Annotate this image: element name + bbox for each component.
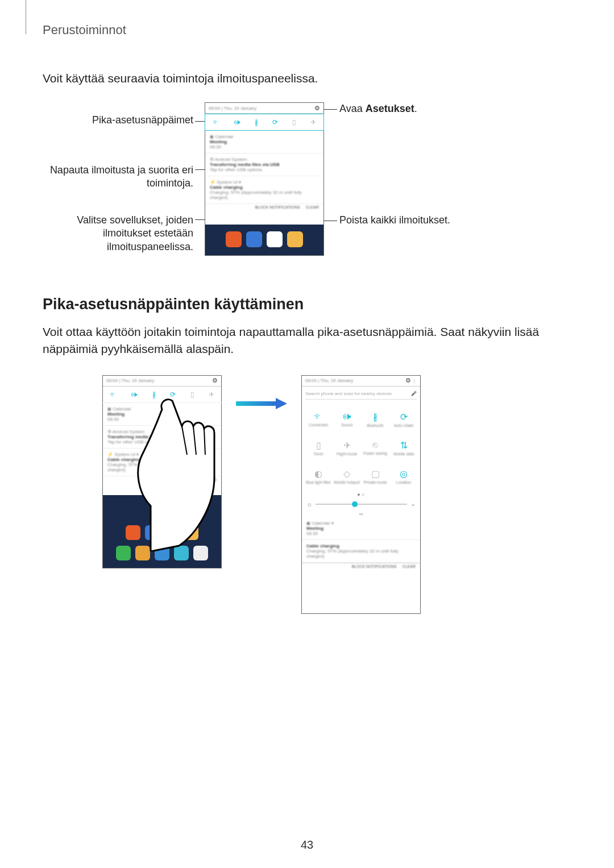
callout-clear-all: Poista kaikki ilmoitukset. xyxy=(339,214,450,227)
qs-airplane: ✈Flight mode xyxy=(333,434,361,462)
rotate-icon: ⟳ xyxy=(272,118,278,126)
page-dots: ● ○ xyxy=(302,492,420,497)
status-bar: 08:04 | Thu, 19 January ⚙ ⋮ xyxy=(302,376,420,387)
app-icon xyxy=(116,546,131,560)
app-icon xyxy=(287,231,303,247)
qs-sound: 🕪Sound xyxy=(333,405,361,434)
wifi-icon: ᯤ xyxy=(213,118,219,126)
svg-rect-4 xyxy=(236,401,276,406)
sound-icon: 🕪 xyxy=(131,391,138,398)
brightness-icon: ☼ xyxy=(306,501,312,508)
rotate-icon: ⟳ xyxy=(170,391,176,398)
notification-panel-diagram: Pika-asetusnäppäimet Napauta ilmoitusta … xyxy=(43,102,571,267)
qs-hotspot: ◇Mobile hotspot xyxy=(333,462,361,491)
airplane-icon: ✈ xyxy=(343,440,351,451)
sound-icon: 🕪 xyxy=(342,412,351,422)
home-dock xyxy=(103,542,221,564)
qs-private: ▢Private mode xyxy=(361,462,389,491)
app-icon xyxy=(174,546,189,560)
private-icon: ▢ xyxy=(371,468,380,479)
phone-before-swipe: 08:04 | Thu, 19 January ⚙ ᯤ 🕪 ∦ ⟳ ▯ ✈ ◼ … xyxy=(102,375,222,568)
status-bar: 08:04 | Thu, 19 January ⚙ xyxy=(103,376,221,387)
app-icon xyxy=(267,231,283,247)
apps-icon xyxy=(193,546,208,560)
callout-line xyxy=(195,169,205,170)
more-icon: ⋮ xyxy=(412,379,417,384)
notification-card: Cable charging Charging: 57% (Approximat… xyxy=(302,540,420,563)
location-icon: ◎ xyxy=(400,468,408,479)
clear-button: CLEAR xyxy=(306,205,319,214)
app-icon xyxy=(155,546,169,560)
app-icon xyxy=(135,546,150,560)
svg-marker-3 xyxy=(159,447,172,459)
phone-after-swipe: 08:04 | Thu, 19 January ⚙ ⋮ Search phone… xyxy=(301,375,421,614)
bluetooth-icon: ∦ xyxy=(255,118,258,126)
data-icon: ⇅ xyxy=(400,440,408,451)
arrow-right-icon xyxy=(236,398,287,409)
qs-mobiledata: ⇅Mobile data xyxy=(389,434,418,462)
notification-actions: BLOCK NOTIFICATIONS CLEAR xyxy=(302,563,420,575)
notification-card: ⚙ Android System Transferring media file… xyxy=(205,153,323,176)
brightness-slider: ☼ ⌄ xyxy=(302,497,420,511)
intro-paragraph: Voit käyttää seuraavia toimintoja ilmoit… xyxy=(43,72,571,85)
callout-open-settings: Avaa Asetukset. xyxy=(339,102,417,115)
airplane-icon: ✈ xyxy=(310,118,316,126)
phone-screenshot-annotated: 08:04 | Thu, 19 January ⚙ ᯤ 🕪 ∦ ⟳ ▯ ✈ ◼ … xyxy=(205,102,324,256)
callout-tap-notification: Napauta ilmoitusta ja suorita eri toimin… xyxy=(43,164,193,190)
app-icon xyxy=(145,525,160,540)
app-icon xyxy=(164,525,179,540)
sound-icon: 🕪 xyxy=(234,118,240,126)
quick-settings-row: ᯤ 🕪 ∦ ⟳ ▯ ✈ xyxy=(102,387,222,403)
text: . xyxy=(414,103,417,114)
rotate-icon: ⟳ xyxy=(400,412,408,422)
callout-block-notifications: Valitse sovellukset, joiden ilmoitukset … xyxy=(43,214,193,254)
status-bar: 08:04 | Thu, 19 January ⚙ xyxy=(205,103,323,114)
section-paragraph: Voit ottaa käyttöön joitakin toimintoja … xyxy=(43,323,571,358)
document-page: Perustoiminnot Voit käyttää seuraavia to… xyxy=(0,0,614,864)
mic-icon: 🎤 xyxy=(411,391,417,396)
app-dock xyxy=(205,227,323,252)
margin-line xyxy=(26,0,26,34)
svg-rect-2 xyxy=(163,430,168,447)
notification-actions: BLOCK NOTIFICATIONS xyxy=(103,476,221,488)
text: Avaa xyxy=(339,103,366,114)
notification-card: ◼ Calendar ▾ Meeting 08:30 xyxy=(302,517,420,540)
gear-icon: ⚙ xyxy=(405,377,411,384)
callout-quick-settings: Pika-asetusnäppäimet xyxy=(43,114,193,127)
qs-rotate: ⟳Auto rotate xyxy=(389,405,418,434)
qs-location: ◎Location xyxy=(389,462,418,491)
text-bold: Asetukset xyxy=(366,103,414,114)
app-icon xyxy=(184,525,198,540)
qs-wifi: ᯤConnected xyxy=(304,405,333,434)
chevron-down-icon: ⌄ xyxy=(410,500,416,508)
app-icon xyxy=(226,231,242,247)
page-header: Perustoiminnot xyxy=(43,23,571,38)
block-notifications-button: BLOCK NOTIFICATIONS xyxy=(255,205,300,214)
gear-icon: ⚙ xyxy=(212,377,218,384)
bluetooth-icon: ∦ xyxy=(373,412,377,422)
airplane-icon: ✈ xyxy=(209,391,214,398)
gear-icon: ⚙ xyxy=(314,105,320,112)
swipe-down-arrow-icon xyxy=(159,409,172,460)
notification-card: ⚡ System UI ▾ Cable charging Charging: 5… xyxy=(205,176,323,204)
qs-bluetooth: ∦Bluetooth xyxy=(361,405,389,434)
home-dock xyxy=(103,521,221,544)
svg-rect-1 xyxy=(163,420,168,427)
quick-settings-grid: ᯤConnected 🕪Sound ∦Bluetooth ⟳Auto rotat… xyxy=(302,402,420,492)
svg-rect-0 xyxy=(163,409,168,417)
quick-settings-row: ᯤ 🕪 ∦ ⟳ ▯ ✈ xyxy=(205,114,324,131)
drag-handle-icon: ═ xyxy=(302,511,420,517)
search-row: Search phone and scan for nearby devices… xyxy=(305,389,417,400)
app-icon xyxy=(126,525,140,540)
bluelight-icon: ◐ xyxy=(314,468,322,479)
torch-icon: ▯ xyxy=(190,391,194,398)
wifi-icon: ᯤ xyxy=(314,412,323,422)
section-heading: Pika-asetusnäppäinten käyttäminen xyxy=(43,296,571,313)
torch-icon: ▯ xyxy=(316,440,321,451)
qs-power: ⎋Power saving xyxy=(361,434,389,462)
qs-torch: ▯Torch xyxy=(304,434,333,462)
hotspot-icon: ◇ xyxy=(343,468,350,479)
wifi-icon: ᯤ xyxy=(110,391,117,398)
notification-actions: BLOCK NOTIFICATIONS CLEAR xyxy=(205,204,323,215)
app-icon xyxy=(246,231,262,247)
